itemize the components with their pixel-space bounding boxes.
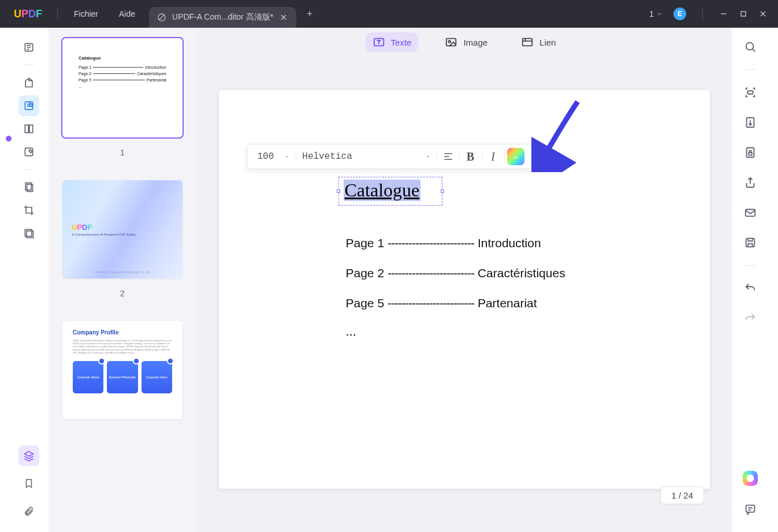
separator (24, 169, 34, 170)
align-button[interactable] (437, 147, 459, 166)
panel-collapse-dot[interactable] (6, 136, 12, 142)
resize-handle-left[interactable] (337, 189, 340, 193)
ai-icon (743, 471, 758, 486)
close-icon[interactable] (279, 13, 288, 22)
canvas[interactable]: Texte Image Lien 100 (196, 28, 732, 532)
thumb-logo: UPDF (72, 223, 183, 232)
svg-rect-14 (523, 39, 533, 46)
thumb-footer: Powered by Superace Technology Co., Ltd (62, 270, 183, 274)
protect-button[interactable] (740, 143, 760, 162)
maximize-icon[interactable] (739, 9, 748, 18)
close-window-icon[interactable] (758, 9, 768, 18)
no-edit-icon (157, 13, 166, 22)
thumbnail-1[interactable]: Catalogue Page 1Introduction Page 2Carac… (62, 38, 183, 137)
reader-mode-button[interactable] (18, 37, 39, 58)
svg-point-15 (746, 43, 754, 50)
email-button[interactable] (740, 203, 760, 222)
tab-title: UPDF-A Com...ditor 高清版* (172, 12, 273, 23)
svg-rect-5 (29, 125, 33, 132)
avatar[interactable]: E (673, 8, 686, 20)
document-body[interactable]: Page 1 ------------------------- Introdu… (346, 220, 565, 339)
right-rail (732, 28, 769, 532)
thumb-heading: Company Profile (73, 329, 172, 336)
svg-rect-1 (741, 12, 746, 16)
layers-button[interactable] (18, 445, 39, 466)
annotation-arrow (531, 97, 601, 172)
undo-button[interactable] (740, 278, 760, 298)
pages-tool-button[interactable] (18, 177, 39, 198)
batch-tool-button[interactable] (18, 223, 39, 244)
thumbnail-panel: Catalogue Page 1Introduction Page 2Carac… (49, 28, 196, 532)
separator (24, 65, 34, 65)
chevron-down-icon (425, 154, 431, 159)
font-size-select[interactable]: 100 (252, 151, 296, 162)
thumb-body: UPDF, developed by Superace Software Tec… (73, 339, 172, 354)
link-icon (521, 36, 534, 49)
text-selection-box[interactable]: Catalogue (338, 177, 442, 206)
new-tab-button[interactable]: + (307, 8, 313, 20)
edit-mode-button[interactable] (18, 95, 39, 116)
save-button[interactable] (740, 233, 760, 252)
convert-button[interactable] (740, 113, 760, 132)
thumb-label: 1 (120, 148, 125, 157)
edit-link-button[interactable]: Lien (514, 32, 563, 52)
separator (57, 9, 58, 19)
organize-mode-button[interactable] (18, 118, 39, 139)
image-icon (445, 36, 457, 49)
text-icon (373, 36, 385, 49)
selected-text[interactable]: Catalogue (344, 180, 421, 201)
toc-ellipsis: ... (346, 324, 565, 339)
form-mode-button[interactable] (18, 142, 39, 162)
separator (745, 69, 755, 70)
thumbnail-2[interactable]: UPDF A Comprehensive AI-Powered PDF Edit… (62, 180, 183, 278)
toc-line[interactable]: Page 1 ------------------------- Introdu… (346, 236, 565, 250)
crop-tool-button[interactable] (18, 200, 39, 221)
chevron-down-icon (656, 10, 663, 17)
minimize-icon[interactable] (719, 9, 728, 18)
bold-button[interactable]: B (460, 147, 482, 166)
document-page[interactable]: 100 Helvetica B I Cat (219, 90, 710, 489)
workspace: Catalogue Page 1Introduction Page 2Carac… (9, 28, 769, 532)
menu-help[interactable]: Aide (109, 9, 146, 18)
svg-point-13 (449, 40, 451, 43)
svg-rect-19 (749, 152, 752, 155)
italic-button[interactable]: I (482, 147, 504, 166)
page-counter[interactable]: 1 / 24 (660, 486, 704, 504)
svg-rect-20 (746, 210, 755, 217)
search-button[interactable] (740, 37, 760, 57)
svg-rect-16 (747, 91, 753, 94)
chevron-down-icon (284, 154, 290, 159)
separator (702, 9, 703, 19)
svg-rect-22 (746, 505, 755, 512)
toc-line[interactable]: Page 5 ------------------------- Partena… (346, 296, 565, 310)
document-tab[interactable]: UPDF-A Com...ditor 高清版* (149, 7, 296, 28)
thumb-title: Catalogue (79, 55, 166, 61)
share-button[interactable] (740, 173, 760, 192)
ai-button[interactable] (740, 468, 760, 488)
text-format-toolbar: 100 Helvetica B I (247, 144, 532, 169)
text-color-button[interactable] (507, 148, 524, 165)
separator (745, 265, 755, 266)
app-logo: UPDF (14, 8, 42, 20)
attachment-button[interactable] (18, 501, 39, 522)
toc-line[interactable]: Page 2 ------------------------- Caracté… (346, 266, 565, 280)
resize-handle-right[interactable] (441, 189, 444, 193)
comment-mode-button[interactable] (18, 72, 39, 93)
window-counter[interactable]: 1 (649, 9, 663, 18)
font-family-select[interactable]: Helvetica (296, 151, 436, 162)
titlebar: UPDF Fichier Aide UPDF-A Com...ditor 高清版… (0, 0, 778, 28)
edit-toolbar: Texte Image Lien (366, 32, 563, 52)
edit-text-button[interactable]: Texte (366, 32, 419, 52)
thumb-label: 2 (120, 289, 125, 298)
ocr-button[interactable] (740, 83, 760, 102)
redo-button[interactable] (740, 308, 760, 328)
svg-rect-21 (746, 239, 755, 247)
left-rail (9, 28, 49, 532)
menu-file[interactable]: Fichier (64, 9, 109, 18)
svg-rect-4 (25, 125, 28, 132)
edit-image-button[interactable]: Image (438, 32, 494, 52)
feedback-button[interactable] (740, 500, 760, 519)
bookmark-button[interactable] (18, 473, 39, 494)
thumbnail-3[interactable]: Company Profile UPDF, developed by Super… (62, 321, 183, 419)
thumb-subtitle: A Comprehensive AI-Powered PDF Editor (72, 233, 183, 236)
